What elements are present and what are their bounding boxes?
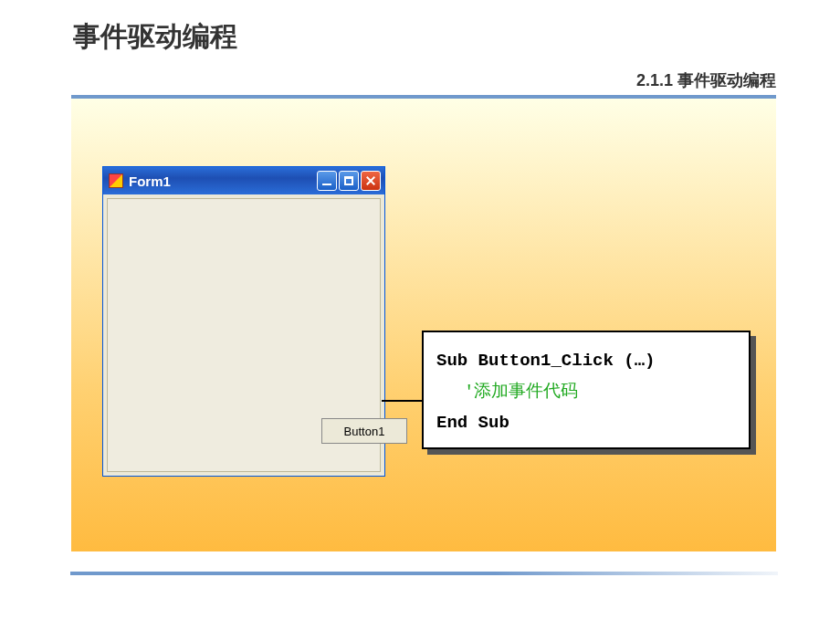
form-title: Form1 — [129, 173, 171, 189]
maximize-icon — [344, 176, 353, 185]
code-box: Sub Button1_Click (…) '添加事件代码 End Sub — [422, 331, 751, 449]
content-area: Form1 Button1 Sub Button1_Click (…) '添加事… — [71, 95, 776, 551]
code-comment: '添加事件代码 — [436, 376, 736, 407]
form-icon — [109, 173, 123, 188]
connector-line — [382, 400, 424, 402]
form-window: Form1 Button1 — [102, 166, 385, 477]
titlebar[interactable]: Form1 — [103, 167, 384, 194]
titlebar-buttons — [317, 171, 381, 191]
slide-subtitle: 2.1.1 事件驱动编程 — [636, 69, 776, 91]
close-button[interactable] — [361, 171, 381, 191]
maximize-button[interactable] — [339, 171, 359, 191]
code-line-3: End Sub — [436, 407, 736, 438]
minimize-icon — [322, 184, 331, 185]
code-line-1: Sub Button1_Click (…) — [436, 345, 736, 376]
button1[interactable]: Button1 — [321, 418, 407, 444]
minimize-button[interactable] — [317, 171, 337, 191]
close-icon — [365, 175, 376, 186]
form-body: Button1 — [107, 198, 381, 472]
bottom-divider — [70, 572, 778, 575]
slide-title: 事件驱动编程 — [73, 18, 237, 56]
